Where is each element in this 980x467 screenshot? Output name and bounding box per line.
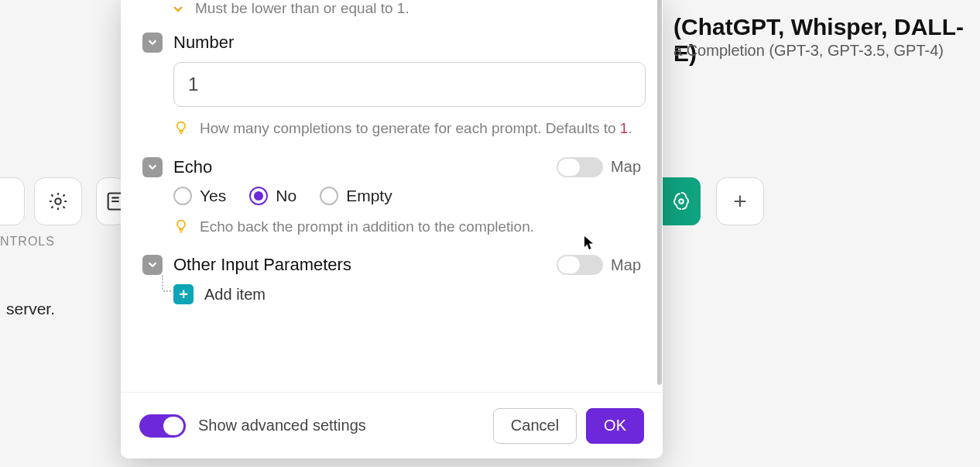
plus-icon: + bbox=[173, 284, 194, 304]
lightbulb-icon bbox=[173, 120, 189, 136]
echo-help: Echo back the prompt in addition to the … bbox=[200, 216, 534, 239]
add-node-button[interactable]: + bbox=[716, 177, 764, 225]
openai-node[interactable] bbox=[662, 177, 701, 225]
number-field: Number How many completions to generate … bbox=[142, 33, 641, 140]
settings-button[interactable] bbox=[34, 177, 82, 225]
tree-line-icon bbox=[162, 275, 171, 292]
collapse-number[interactable] bbox=[142, 33, 163, 53]
other-params-label: Other Input Parameters bbox=[173, 255, 351, 275]
chevron-down-icon bbox=[147, 162, 158, 173]
radio-icon bbox=[320, 187, 338, 205]
validation-text: Must be lower than or equal to 1. bbox=[195, 0, 409, 17]
modal-footer: Show advanced settings Cancel OK bbox=[121, 392, 663, 458]
ok-button[interactable]: OK bbox=[586, 408, 644, 444]
advanced-settings-label: Show advanced settings bbox=[198, 417, 366, 434]
collapse-other[interactable] bbox=[142, 255, 163, 275]
modal-body: Must be lower than or equal to 1. Number bbox=[121, 0, 663, 392]
number-label: Number bbox=[173, 33, 234, 53]
advanced-settings-toggle[interactable] bbox=[139, 414, 186, 438]
page-subtitle: a Completion (GPT-3, GPT-3.5, GPT-4) bbox=[673, 42, 944, 60]
echo-label: Echo bbox=[173, 157, 212, 177]
echo-map-toggle[interactable] bbox=[557, 157, 603, 177]
other-params-field: Other Input Parameters Map + Add item bbox=[142, 255, 641, 304]
lightbulb-icon bbox=[173, 218, 189, 234]
toolbox-button-cropped[interactable] bbox=[0, 177, 25, 225]
svg-point-2 bbox=[679, 199, 684, 204]
echo-radio-no[interactable]: No bbox=[249, 187, 296, 205]
svg-point-0 bbox=[55, 198, 60, 204]
chevron-down-icon bbox=[172, 3, 184, 15]
openai-icon bbox=[670, 190, 693, 213]
cancel-button[interactable]: Cancel bbox=[493, 408, 577, 444]
number-help: How many completions to generate for eac… bbox=[200, 118, 632, 140]
number-input[interactable] bbox=[173, 62, 646, 107]
radio-icon bbox=[249, 187, 268, 205]
chevron-down-icon bbox=[147, 259, 158, 270]
echo-radio-empty[interactable]: Empty bbox=[320, 187, 392, 205]
scrollbar[interactable] bbox=[657, 0, 662, 385]
map-label: Map bbox=[611, 158, 641, 176]
map-label: Map bbox=[611, 256, 641, 274]
collapse-echo[interactable] bbox=[142, 157, 163, 177]
controls-heading: NTROLS bbox=[0, 235, 55, 249]
echo-field: Echo Map Yes No bbox=[142, 157, 641, 239]
add-item-label: Add item bbox=[204, 286, 266, 304]
plus-icon: + bbox=[733, 188, 747, 215]
validation-hint: Must be lower than or equal to 1. bbox=[142, 0, 641, 17]
radio-icon bbox=[173, 187, 192, 205]
echo-radio-yes[interactable]: Yes bbox=[173, 187, 226, 205]
server-text: server. bbox=[6, 300, 55, 318]
config-modal: Must be lower than or equal to 1. Number bbox=[121, 0, 663, 458]
other-map-toggle[interactable] bbox=[557, 255, 603, 275]
add-item-button[interactable]: + Add item bbox=[173, 284, 641, 304]
gear-icon bbox=[47, 191, 69, 212]
chevron-down-icon bbox=[147, 37, 158, 48]
